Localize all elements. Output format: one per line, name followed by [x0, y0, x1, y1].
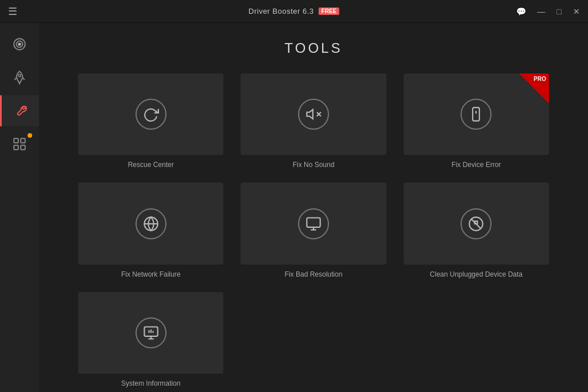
- svg-line-4: [22, 77, 24, 80]
- fix-bad-resolution-icon-circle: [298, 208, 329, 239]
- sidebar-item-apps[interactable]: [0, 129, 39, 160]
- sidebar-item-scan[interactable]: [0, 29, 39, 60]
- minimize-button[interactable]: —: [535, 6, 548, 17]
- content-area: TOOLS Rescue Center: [39, 23, 588, 392]
- system-info-icon: [143, 325, 159, 341]
- tool-label-fix-bad-resolution: Fix Bad Resolution: [285, 270, 343, 278]
- rocket-icon: [12, 70, 27, 85]
- main-layout: TOOLS Rescue Center: [0, 23, 588, 392]
- svg-rect-7: [21, 138, 25, 143]
- tool-label-rescue-center: Rescue Center: [128, 161, 174, 169]
- svg-rect-9: [21, 145, 25, 150]
- sidebar-item-tools[interactable]: [0, 95, 39, 126]
- tool-card-rescue-center[interactable]: [78, 73, 223, 155]
- free-badge: FREE: [319, 7, 340, 15]
- chat-button[interactable]: 💬: [514, 6, 528, 17]
- tool-rescue-center[interactable]: Rescue Center: [78, 73, 223, 169]
- tool-clean-unplugged[interactable]: Clean Unplugged Device Data: [404, 183, 549, 278]
- svg-line-3: [14, 77, 16, 80]
- tool-card-fix-device-error[interactable]: PRO: [404, 73, 549, 155]
- close-button[interactable]: ✕: [571, 6, 582, 17]
- tool-label-clean-unplugged: Clean Unplugged Device Data: [430, 270, 523, 278]
- titlebar-right: 💬 — □ ✕: [514, 6, 582, 17]
- app-title: Driver Booster 6.3: [249, 7, 314, 15]
- titlebar: ☰ Driver Booster 6.3 FREE 💬 — □ ✕: [0, 0, 588, 23]
- clean-unplugged-icon-circle: [461, 208, 492, 239]
- fix-network-failure-icon-circle: [136, 208, 167, 239]
- svg-point-5: [18, 75, 21, 77]
- tools-grid: Rescue Center Fix No Sound: [78, 73, 549, 387]
- tool-label-fix-no-sound: Fix No Sound: [293, 161, 335, 169]
- page-title: TOOLS: [62, 40, 565, 56]
- pro-badge: PRO: [519, 73, 549, 103]
- svg-point-2: [18, 43, 20, 45]
- no-usb-icon: [468, 216, 484, 232]
- tool-card-fix-bad-resolution[interactable]: [241, 183, 386, 264]
- tool-card-fix-no-sound[interactable]: [241, 73, 386, 155]
- wrench-icon: [13, 103, 28, 118]
- titlebar-center: Driver Booster 6.3 FREE: [249, 7, 339, 15]
- refresh-icon: [143, 106, 159, 122]
- tool-fix-no-sound[interactable]: Fix No Sound: [241, 73, 386, 169]
- svg-rect-8: [14, 145, 18, 150]
- tool-fix-bad-resolution[interactable]: Fix Bad Resolution: [241, 183, 386, 278]
- grid-icon: [12, 137, 27, 152]
- tool-fix-device-error[interactable]: PRO Fix Device Error: [404, 73, 549, 169]
- system-information-icon-circle: [136, 317, 167, 348]
- rescue-center-icon-circle: [136, 99, 167, 130]
- svg-rect-6: [14, 138, 18, 143]
- menu-icon[interactable]: ☰: [6, 3, 20, 20]
- network-icon: [143, 216, 159, 232]
- fix-device-error-icon-circle: [461, 99, 492, 130]
- sidebar-item-boost[interactable]: [0, 62, 39, 93]
- titlebar-left: ☰: [6, 3, 20, 20]
- tool-fix-network-failure[interactable]: Fix Network Failure: [78, 183, 223, 278]
- tool-card-clean-unplugged[interactable]: [404, 183, 549, 264]
- tool-label-fix-network-failure: Fix Network Failure: [121, 270, 180, 278]
- tool-system-information[interactable]: System Information: [78, 292, 223, 387]
- maximize-button[interactable]: □: [555, 6, 564, 17]
- fix-no-sound-icon-circle: [298, 99, 329, 130]
- target-icon: [12, 37, 27, 52]
- sidebar: [0, 23, 39, 392]
- tool-label-fix-device-error: Fix Device Error: [451, 161, 501, 169]
- svg-rect-13: [473, 108, 479, 121]
- mute-icon: [305, 106, 322, 122]
- tool-card-fix-network-failure[interactable]: [78, 183, 223, 264]
- notification-dot: [28, 133, 32, 138]
- tool-card-system-information[interactable]: [78, 292, 223, 374]
- monitor-icon: [305, 216, 322, 232]
- device-error-icon: [468, 106, 484, 122]
- svg-rect-18: [307, 218, 320, 227]
- svg-marker-10: [307, 110, 313, 119]
- tool-label-system-information: System Information: [121, 379, 180, 387]
